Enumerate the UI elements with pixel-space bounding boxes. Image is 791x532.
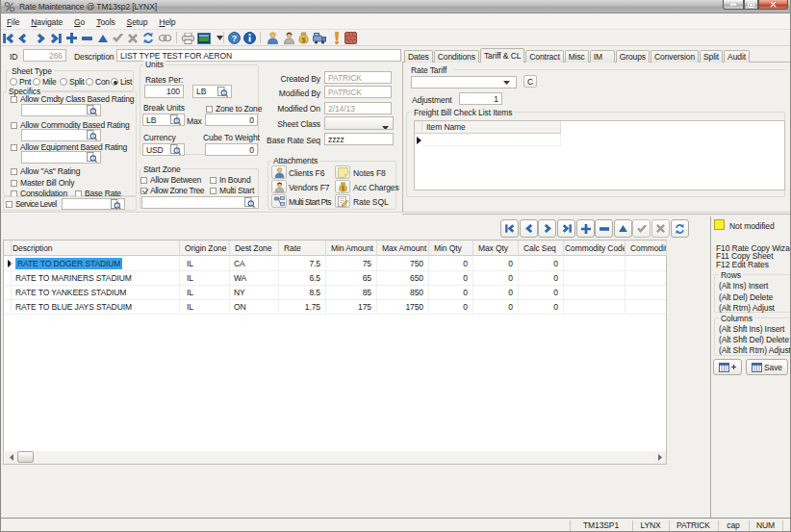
tab-contract[interactable]: Contract <box>525 50 563 63</box>
grid-cell[interactable]: 8.5 <box>279 285 326 299</box>
rate-tariff-clear-button[interactable]: C <box>523 75 537 88</box>
rows-delete-hotkey[interactable]: (Alt Del) Delete <box>719 292 791 302</box>
cmdty-class-lookup-icon[interactable] <box>86 105 97 115</box>
menu-help[interactable]: Help <box>153 15 181 29</box>
notes-button[interactable] <box>335 165 350 179</box>
vendors-icon[interactable] <box>281 31 296 45</box>
rates-unit-field[interactable]: LB <box>192 85 232 98</box>
currency-lookup-icon[interactable] <box>169 144 181 155</box>
rows-adjust-hotkey[interactable]: (Alt Rtrn) Adjust <box>719 303 791 313</box>
clients-button[interactable] <box>271 165 287 179</box>
column-header[interactable]: Dest Zone <box>230 241 279 256</box>
grid-cell[interactable] <box>564 256 625 270</box>
checklist-row[interactable] <box>422 134 561 146</box>
grid-cell[interactable]: 75 <box>326 256 377 270</box>
grid-first-button[interactable] <box>500 219 519 238</box>
cancel-edit-icon[interactable] <box>125 31 140 45</box>
rates-unit-lookup-icon[interactable] <box>217 86 228 97</box>
menu-file[interactable]: File <box>1 15 25 29</box>
grid-cell[interactable]: 0 <box>519 256 564 270</box>
acc-charges-label[interactable]: Acc Charges <box>353 183 399 192</box>
grid-cell[interactable]: 6.5 <box>279 270 326 285</box>
tab-conditions[interactable]: Conditions <box>434 50 479 63</box>
tab-misc[interactable]: Misc <box>565 50 589 63</box>
checklist-grid[interactable]: Item Name <box>414 120 785 190</box>
sheet-type-mile-radio[interactable]: Mile <box>33 77 57 87</box>
column-header[interactable]: Commodity Code <box>564 241 625 256</box>
insert-record-icon[interactable] <box>64 31 79 45</box>
menu-go[interactable]: Go <box>68 15 90 29</box>
equipment-icon[interactable] <box>312 31 327 45</box>
next-record-icon[interactable] <box>33 31 48 45</box>
grid-next-button[interactable] <box>538 219 556 238</box>
column-header[interactable]: Max Amount <box>377 241 429 256</box>
hscroll-thumb[interactable] <box>17 451 34 463</box>
grid-cell[interactable]: IL <box>180 285 230 299</box>
grid-cell[interactable]: 0 <box>519 270 564 285</box>
start-zone-lookup-icon[interactable] <box>243 197 255 208</box>
menu-tools[interactable]: Tools <box>90 15 120 29</box>
grid-cell[interactable]: 850 <box>377 285 429 299</box>
grid-cell[interactable]: 0 <box>519 299 564 314</box>
columns-delete-hotkey[interactable]: (Alt Shft Del) Delete <box>719 335 791 344</box>
column-header[interactable]: Origin Zone <box>180 241 230 256</box>
vendors-f7-label[interactable]: Vendors F7 <box>289 183 329 192</box>
grid-cell[interactable]: 0 <box>429 285 473 299</box>
last-record-icon[interactable] <box>48 31 64 45</box>
rates-per-field[interactable]: 100 <box>144 85 184 98</box>
grid-cell[interactable]: RATE TO BLUE JAYS STADUIM <box>12 299 180 314</box>
allow-cmdty-class-checkbox[interactable]: Allow Cmdty Class Based Rating <box>11 94 134 104</box>
maximize-button[interactable] <box>744 0 758 10</box>
edit-record-icon[interactable] <box>95 31 111 45</box>
service-level-field[interactable] <box>62 198 125 210</box>
tab-groups[interactable]: Groups <box>616 50 650 63</box>
prior-record-icon[interactable] <box>14 31 30 45</box>
multi-start-checkbox[interactable]: Multi Start <box>210 186 254 195</box>
column-header[interactable]: Min Qty <box>429 241 473 256</box>
rate-tariff-dropdown-icon[interactable] <box>500 77 513 88</box>
grid-cancel-button[interactable] <box>651 219 670 238</box>
grid-cell[interactable]: RATE TO DOGER STADIUM <box>12 256 180 270</box>
grid-cell[interactable]: 1750 <box>377 299 429 314</box>
grid-cell[interactable]: 0 <box>473 299 519 314</box>
grid-delete-button[interactable] <box>595 219 613 238</box>
column-header[interactable]: Min Amount <box>326 241 377 256</box>
grid-cell[interactable]: NY <box>230 285 279 299</box>
modified-by-field[interactable]: PATRICK <box>324 86 392 98</box>
grid-cell[interactable]: 85 <box>326 285 377 299</box>
sheet-class-dropdown[interactable] <box>324 116 394 130</box>
help-icon[interactable]: ? <box>226 31 242 45</box>
tab-conversion[interactable]: Conversion <box>651 50 699 63</box>
grid-post-button[interactable] <box>632 219 651 238</box>
grid-cell[interactable]: IL <box>180 256 230 270</box>
zone-to-zone-checkbox[interactable]: Zone to Zone <box>206 104 262 114</box>
grid-cell[interactable]: 0 <box>473 256 519 270</box>
hotkey-f12[interactable]: F12 Edit Rates <box>716 260 791 269</box>
id-field[interactable]: 266 <box>23 49 66 62</box>
save-button[interactable]: Save <box>746 359 788 375</box>
columns-insert-hotkey[interactable]: (Alt Shft Ins) Insert <box>719 324 791 334</box>
sheet-type-con-radio[interactable]: Con <box>86 77 110 87</box>
grid-cell[interactable]: CA <box>230 256 279 270</box>
rates-grid[interactable]: DescriptionOrigin ZoneDest ZoneRateMin A… <box>3 240 667 465</box>
grid-cell[interactable]: 175 <box>326 299 377 314</box>
rate-sql-button[interactable] <box>335 194 350 208</box>
base-rate-seq-field[interactable]: zzzz <box>324 133 394 145</box>
filter-icon[interactable] <box>157 31 172 45</box>
close-button[interactable] <box>758 0 788 10</box>
max-field[interactable]: 0 <box>205 114 258 126</box>
multi-start-pts-label[interactable]: Multi Start Pts <box>289 197 331 207</box>
grid-cell[interactable]: 65 <box>326 270 377 285</box>
tab-tariff-cl[interactable]: Tariff & CL <box>480 48 524 63</box>
break-unit-lookup-icon[interactable] <box>169 114 181 125</box>
preview-dropdown-icon[interactable] <box>212 31 227 45</box>
grid-cell[interactable]: RATE TO YANKEES STADIUM <box>12 285 180 299</box>
grid-options-button[interactable] <box>713 359 742 375</box>
allow-as-rating-checkbox[interactable]: Allow "As" Rating <box>11 166 80 176</box>
grid-cell[interactable]: 0 <box>473 285 519 299</box>
grid-cell[interactable] <box>625 256 667 270</box>
grid-cell[interactable]: IL <box>180 299 230 314</box>
rates-icon[interactable] <box>343 31 358 45</box>
rate-sql-label[interactable]: Rate SQL <box>353 197 389 207</box>
equipment-lookup-icon[interactable] <box>86 152 97 163</box>
